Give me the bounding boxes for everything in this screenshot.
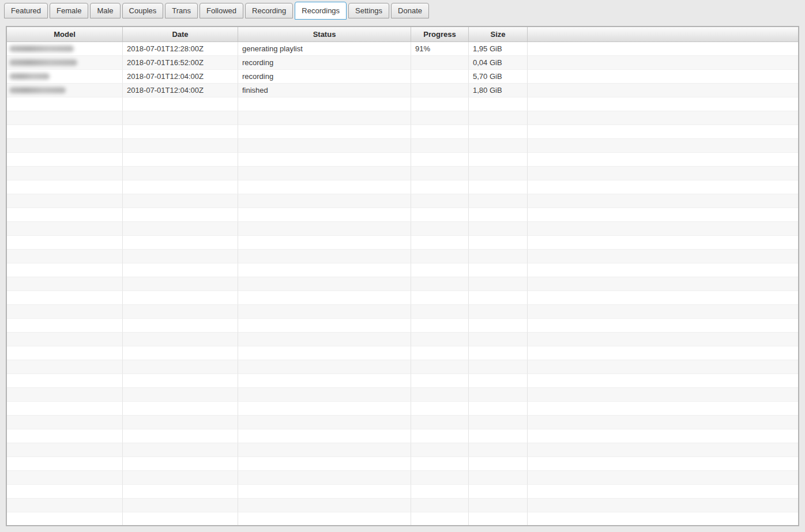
cell-date	[123, 402, 238, 416]
cell-progress	[411, 222, 469, 236]
tab-followed[interactable]: Followed	[200, 3, 243, 18]
cell-extra	[528, 485, 798, 499]
cell-size: 5,70 GiB	[469, 70, 528, 84]
cell-progress	[411, 139, 469, 153]
cell-status	[238, 194, 411, 208]
cell-model	[7, 167, 123, 180]
table-row[interactable]: 2018-07-01T16:52:00Zrecording0,04 GiB	[7, 56, 798, 70]
cell-progress	[411, 360, 469, 374]
cell-extra	[528, 374, 798, 388]
cell-status	[238, 512, 411, 526]
cell-date: 2018-07-01T12:04:00Z	[123, 70, 238, 84]
column-header-size[interactable]: Size	[469, 27, 528, 41]
cell-extra	[528, 180, 798, 194]
cell-size	[469, 512, 528, 526]
table-row[interactable]: 2018-07-01T12:04:00Zrecording5,70 GiB	[7, 70, 798, 84]
tab-female[interactable]: Female	[50, 3, 88, 18]
cell-date	[123, 291, 238, 305]
cell-progress	[411, 250, 469, 263]
table-row-empty	[7, 125, 798, 139]
tab-featured[interactable]: Featured	[4, 3, 48, 18]
table-row[interactable]: 2018-07-01T12:04:00Zfinished1,80 GiB	[7, 84, 798, 97]
cell-size	[469, 250, 528, 263]
cell-status: recording	[238, 70, 411, 84]
cell-size	[469, 388, 528, 402]
cell-status	[238, 360, 411, 374]
cell-extra	[528, 402, 798, 416]
tab-recordings[interactable]: Recordings	[295, 2, 347, 20]
tab-male[interactable]: Male	[90, 3, 120, 18]
tab-trans[interactable]: Trans	[165, 3, 198, 18]
table-row-empty	[7, 111, 798, 125]
tab-recording[interactable]: Recording	[245, 3, 293, 18]
cell-progress	[411, 208, 469, 222]
table-row-empty	[7, 236, 798, 250]
cell-status	[238, 111, 411, 125]
cell-date	[123, 208, 238, 222]
cell-progress	[411, 402, 469, 416]
column-header-status[interactable]: Status	[238, 27, 411, 41]
cell-progress	[411, 194, 469, 208]
cell-progress	[411, 499, 469, 512]
cell-date	[123, 499, 238, 512]
cell-extra	[528, 250, 798, 263]
cell-model	[7, 97, 123, 111]
cell-status: finished	[238, 84, 411, 97]
table-row-empty	[7, 360, 798, 374]
table-row-empty	[7, 139, 798, 153]
cell-model	[7, 153, 123, 167]
cell-status	[238, 374, 411, 388]
cell-extra	[528, 194, 798, 208]
column-header-model[interactable]: Model	[7, 27, 123, 41]
cell-status	[238, 97, 411, 111]
cell-status	[238, 236, 411, 250]
cell-extra	[528, 416, 798, 429]
cell-date	[123, 416, 238, 429]
recordings-table: Model Date Date Status Progress Size 201…	[6, 26, 799, 526]
cell-progress	[411, 236, 469, 250]
cell-date: 2018-07-01T12:04:00Z	[123, 84, 238, 97]
table-row-empty	[7, 153, 798, 167]
cell-extra	[528, 97, 798, 111]
column-header-progress[interactable]: Progress	[411, 27, 469, 41]
cell-size	[469, 360, 528, 374]
cell-size	[469, 97, 528, 111]
table-row-empty	[7, 194, 798, 208]
table-body: 2018-07-01T12:28:00Zgenerating playlist9…	[7, 42, 798, 526]
cell-date	[123, 236, 238, 250]
cell-status	[238, 429, 411, 443]
cell-model	[7, 471, 123, 485]
cell-extra	[528, 457, 798, 471]
cell-date	[123, 443, 238, 457]
cell-progress	[411, 84, 469, 97]
cell-progress	[411, 429, 469, 443]
cell-extra	[528, 277, 798, 291]
table-row-empty	[7, 429, 798, 443]
table-header: Model Date Date Status Progress Size	[7, 27, 798, 42]
cell-progress	[411, 457, 469, 471]
table-row-empty	[7, 263, 798, 277]
cell-date	[123, 485, 238, 499]
cell-date	[123, 471, 238, 485]
table-row-empty	[7, 319, 798, 333]
cell-date	[123, 250, 238, 263]
cell-status	[238, 305, 411, 319]
cell-size	[469, 125, 528, 139]
column-header-date[interactable]: Date	[123, 27, 238, 41]
cell-progress	[411, 167, 469, 180]
cell-date	[123, 125, 238, 139]
cell-size: 1,80 GiB	[469, 84, 528, 97]
tab-couples[interactable]: Couples	[122, 3, 164, 18]
tab-donate[interactable]: Donate	[391, 3, 429, 18]
table-row[interactable]: 2018-07-01T12:28:00Zgenerating playlist9…	[7, 42, 798, 56]
cell-model	[7, 457, 123, 471]
table-row-empty	[7, 167, 798, 180]
cell-extra	[528, 167, 798, 180]
table-row-empty	[7, 180, 798, 194]
cell-model	[7, 70, 123, 84]
tab-settings[interactable]: Settings	[348, 3, 389, 18]
cell-size	[469, 222, 528, 236]
model-name-redacted	[9, 59, 77, 66]
cell-status	[238, 443, 411, 457]
cell-model	[7, 346, 123, 360]
